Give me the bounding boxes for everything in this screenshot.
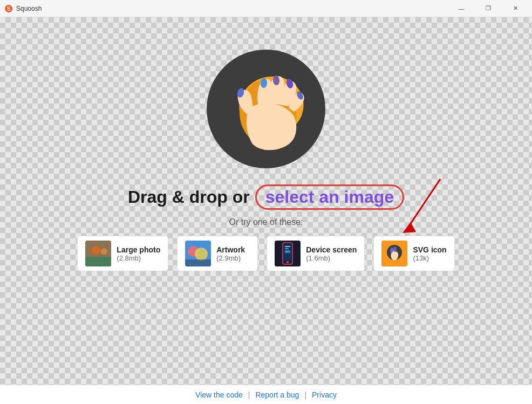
- svg-size: (13k): [413, 254, 446, 262]
- app-icon: S: [4, 4, 13, 13]
- select-image-button[interactable]: select an image: [255, 184, 404, 210]
- close-button[interactable]: ✕: [503, 0, 528, 17]
- artwork-size: (2.9mb): [216, 254, 245, 262]
- try-section: Or try one of these:: [229, 217, 303, 227]
- drag-drop-label: Drag & drop or: [128, 187, 250, 207]
- footer: View the code | Report a bug | Privacy: [0, 385, 532, 404]
- drop-text-area: Drag & drop or select an image: [128, 184, 404, 210]
- svg-rect-17: [185, 259, 211, 266]
- artwork-info: Artwork (2.9mb): [216, 245, 245, 262]
- device-thumbnail: [275, 241, 301, 266]
- svg-rect-24: [285, 250, 290, 253]
- photo-info: Large photo (2.8mb): [117, 245, 160, 262]
- photo-name: Large photo: [117, 245, 160, 254]
- svg-point-11: [92, 246, 100, 255]
- sample-svg-icon[interactable]: SVG icon (13k): [373, 236, 454, 271]
- sample-device-screen[interactable]: Device screen (1.6mb): [267, 236, 365, 271]
- privacy-link[interactable]: Privacy: [312, 391, 337, 399]
- logo-area: [207, 50, 325, 168]
- svg-thumbnail: [381, 241, 407, 266]
- svg-text:S: S: [7, 6, 11, 12]
- logo-circle: [207, 50, 325, 168]
- title-bar: S Squoosh — ❐ ✕: [0, 0, 532, 17]
- maximize-button[interactable]: ❐: [476, 0, 501, 17]
- main-content[interactable]: Drag & drop or select an image Or try on…: [0, 17, 532, 385]
- svg-marker-9: [403, 222, 416, 233]
- footer-sep-2: |: [304, 391, 306, 399]
- window-controls: — ❐ ✕: [449, 0, 528, 17]
- svg-rect-22: [285, 246, 290, 247]
- artwork-name: Artwork: [216, 245, 245, 254]
- samples-row: Large photo (2.8mb) Artwork (2.9mb): [77, 236, 454, 271]
- device-size: (1.6mb): [306, 254, 357, 262]
- squoosh-logo-svg: [217, 60, 315, 158]
- svg-rect-12: [85, 257, 111, 266]
- device-info: Device screen (1.6mb): [306, 245, 357, 262]
- svg-rect-23: [285, 248, 289, 249]
- sample-large-photo[interactable]: Large photo (2.8mb): [77, 236, 168, 271]
- svg-name: SVG icon: [413, 245, 446, 254]
- minimize-button[interactable]: —: [449, 0, 474, 17]
- try-label: Or try one of these:: [229, 217, 303, 227]
- report-bug-link[interactable]: Report a bug: [255, 391, 299, 399]
- svg-point-13: [101, 248, 107, 255]
- view-code-link[interactable]: View the code: [195, 391, 243, 399]
- svg-info: SVG icon (13k): [413, 245, 446, 262]
- title-bar-left: S Squoosh: [4, 4, 42, 13]
- svg-point-21: [287, 261, 289, 263]
- sample-artwork[interactable]: Artwork (2.9mb): [177, 236, 258, 271]
- photo-size: (2.8mb): [117, 254, 160, 262]
- photo-thumbnail: [85, 241, 111, 266]
- svg-line-8: [408, 179, 440, 228]
- footer-sep-1: |: [248, 391, 250, 399]
- svg-point-16: [195, 248, 208, 261]
- app-title: Squoosh: [16, 5, 42, 12]
- artwork-thumbnail: [185, 241, 211, 266]
- device-name: Device screen: [306, 245, 357, 254]
